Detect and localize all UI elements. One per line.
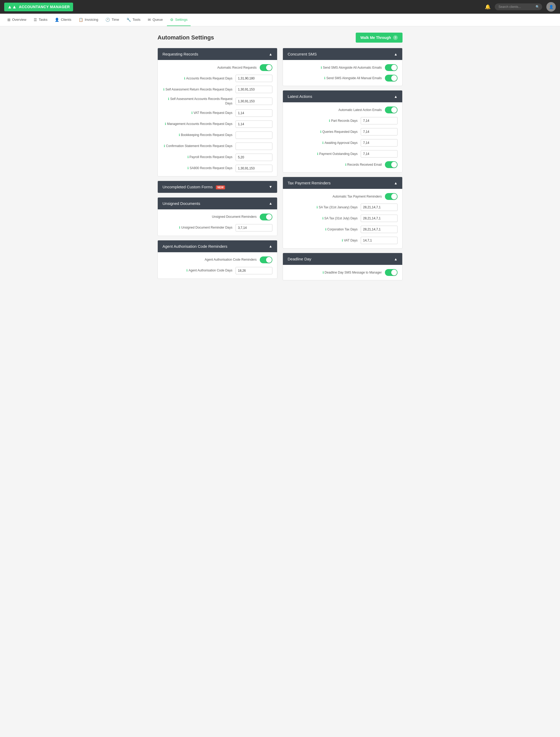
agent-auth-days-input[interactable]	[236, 267, 272, 274]
confirmation-stmt-label: ℹConfirmation Statement Records Request …	[162, 144, 236, 148]
unsigned-doc-toggle-row: Unsigned Document Reminders	[162, 213, 272, 220]
records-received-email-toggle-wrap	[385, 161, 398, 168]
accounts-records-label: ℹAccounts Records Request Days	[162, 76, 236, 81]
sa-tax-jan-input[interactable]	[361, 203, 398, 211]
tax-payment-reminders-section: Tax Payment Reminders ▲ Automatic Tax Pa…	[283, 177, 403, 248]
latest-actions-title: Latest Actions	[288, 94, 312, 99]
nav-queue[interactable]: ✉ Queue	[145, 14, 166, 26]
vat-records-input[interactable]	[236, 109, 272, 117]
deadline-day-header[interactable]: Deadline Day ▲	[283, 253, 402, 265]
nav-overview[interactable]: ⊞ Overview	[4, 14, 29, 26]
tax-payment-reminders-header[interactable]: Tax Payment Reminders ▲	[283, 177, 402, 189]
sa800-input[interactable]	[236, 165, 272, 172]
corporation-tax-row: ℹCorporation Tax Days	[288, 226, 398, 233]
main-columns: Requesting Records ▲ Automatic Record Re…	[157, 48, 403, 280]
avatar[interactable]: 👤	[546, 2, 556, 12]
latest-actions-body: Automatic Latest Action Emails ℹPart Rec…	[283, 102, 402, 172]
unsigned-doc-days-input[interactable]	[236, 224, 272, 231]
menu-bar: ⊞ Overview ☰ Tasks 👤 Clients 📋 Invoicing…	[0, 14, 560, 26]
logo-icon: ▲▲	[7, 4, 17, 10]
overview-icon: ⊞	[7, 18, 11, 22]
awaiting-approval-days-row: ℹAwaiting Approval Days	[288, 139, 398, 146]
nav-tasks-label: Tasks	[39, 18, 47, 22]
nav-settings[interactable]: ⚙ Settings	[167, 14, 191, 26]
auto-record-requests-toggle[interactable]	[260, 64, 272, 71]
sms-manual-emails-row: ℹSend SMS Alongside All Manual Emails	[288, 75, 398, 82]
vat-records-row: ℹVAT Records Request Days	[162, 109, 272, 117]
records-received-email-label: ℹRecords Received Email	[288, 162, 385, 167]
sa-return-input[interactable]	[236, 86, 272, 93]
bookkeeping-label: ℹBookkeeping Records Request Days	[162, 133, 236, 137]
nav-tasks[interactable]: ☰ Tasks	[30, 14, 50, 26]
nav-queue-label: Queue	[152, 18, 163, 22]
toggle-knob	[266, 214, 272, 220]
vat-days-label: ℹVAT Days	[288, 238, 361, 243]
unsigned-doc-days-label: ℹUnsigned Document Reminder Days	[162, 225, 236, 230]
page-content: Automation Settings Walk Me Through ? Re…	[151, 26, 409, 287]
auto-latest-action-emails-toggle[interactable]	[385, 106, 398, 113]
sms-manual-emails-toggle-wrap	[385, 75, 398, 82]
sms-manual-emails-toggle[interactable]	[385, 75, 398, 82]
confirmation-stmt-row: ℹConfirmation Statement Records Request …	[162, 142, 272, 150]
nav-tools[interactable]: 🔧 Tools	[123, 14, 144, 26]
sa-accounts-input[interactable]	[236, 98, 272, 105]
queries-requested-days-input[interactable]	[361, 128, 398, 135]
nav-invoicing[interactable]: 📋 Invoicing	[75, 14, 101, 26]
left-column: Requesting Records ▲ Automatic Record Re…	[157, 48, 277, 280]
payment-outstanding-days-input[interactable]	[361, 150, 398, 157]
uncompleted-forms-header[interactable]: Uncompleted Custom Forms NEW ▼	[158, 181, 277, 193]
invoicing-icon: 📋	[79, 18, 83, 22]
search-input[interactable]	[495, 3, 542, 10]
payroll-input[interactable]	[236, 154, 272, 161]
bookkeeping-input[interactable]	[236, 131, 272, 139]
corporation-tax-input[interactable]	[361, 226, 398, 233]
deadline-day-title: Deadline Day	[288, 257, 311, 261]
vat-days-input[interactable]	[361, 237, 398, 244]
concurrent-sms-title: Concurrent SMS	[288, 52, 317, 56]
sa-accounts-row: ℹSelf Assessment Accounts Records Reques…	[162, 97, 272, 106]
sa-return-row: ℹSelf Assessment Return Records Request …	[162, 86, 272, 93]
auto-tax-toggle[interactable]	[385, 193, 398, 200]
agent-auth-toggle[interactable]	[260, 256, 272, 263]
agent-auth-days-label: ℹAgent Authorisation Code Days	[162, 268, 236, 273]
uncompleted-forms-chevron-icon: ▼	[269, 185, 272, 189]
sa-return-label: ℹSelf Assessment Return Records Request …	[162, 87, 236, 92]
agent-auth-header[interactable]: Agent Authorisation Code Reminders ▲	[158, 240, 277, 252]
sms-auto-emails-toggle[interactable]	[385, 64, 398, 71]
accounts-records-input[interactable]	[236, 75, 272, 82]
payroll-row: ℹPayroll Records Request Days	[162, 154, 272, 161]
toggle-knob	[266, 65, 272, 70]
logo[interactable]: ▲▲ ACCOUNTANCY MANAGER	[4, 3, 73, 11]
notification-bell-icon[interactable]: 🔔	[485, 4, 491, 10]
concurrent-sms-section: Concurrent SMS ▲ ℹSend SMS Alongside All…	[283, 48, 403, 86]
mgmt-accounts-row: ℹManagement Accounts Records Request Day…	[162, 120, 272, 128]
confirmation-stmt-input[interactable]	[236, 142, 272, 150]
awaiting-approval-days-input[interactable]	[361, 139, 398, 146]
toggle-knob	[391, 269, 397, 275]
deadline-sms-toggle[interactable]	[385, 269, 398, 276]
unsigned-documents-header[interactable]: Unsigned Documents ▲	[158, 197, 277, 209]
part-records-days-input[interactable]	[361, 117, 398, 124]
records-received-email-toggle[interactable]	[385, 161, 398, 168]
latest-actions-header[interactable]: Latest Actions ▲	[283, 90, 402, 102]
vat-days-row: ℹVAT Days	[288, 237, 398, 244]
sa-accounts-label: ℹSelf Assessment Accounts Records Reques…	[162, 97, 236, 106]
toggle-knob	[391, 75, 397, 81]
tax-payment-reminders-chevron-icon: ▲	[394, 181, 398, 185]
sa-tax-jul-input[interactable]	[361, 215, 398, 222]
walk-me-through-button[interactable]: Walk Me Through ?	[356, 33, 403, 43]
nav-clients[interactable]: 👤 Clients	[52, 14, 74, 26]
mgmt-accounts-input[interactable]	[236, 120, 272, 128]
sa800-label: ℹSA800 Records Request Days	[162, 166, 236, 170]
nav-time[interactable]: 🕐 Time	[102, 14, 122, 26]
requesting-records-title: Requesting Records	[162, 52, 198, 56]
concurrent-sms-header[interactable]: Concurrent SMS ▲	[283, 48, 402, 60]
unsigned-doc-toggle[interactable]	[260, 213, 272, 220]
requesting-records-section: Requesting Records ▲ Automatic Record Re…	[157, 48, 277, 176]
agent-auth-toggle-label: Agent Authorisation Code Reminders	[162, 257, 260, 262]
accounts-records-row: ℹAccounts Records Request Days	[162, 75, 272, 82]
requesting-records-header[interactable]: Requesting Records ▲	[158, 48, 277, 60]
auto-tax-toggle-row: Automatic Tax Payment Reminders	[288, 193, 398, 200]
records-received-email-row: ℹRecords Received Email	[288, 161, 398, 168]
requesting-records-body: Automatic Record Requests ℹAccounts Reco…	[158, 60, 277, 176]
